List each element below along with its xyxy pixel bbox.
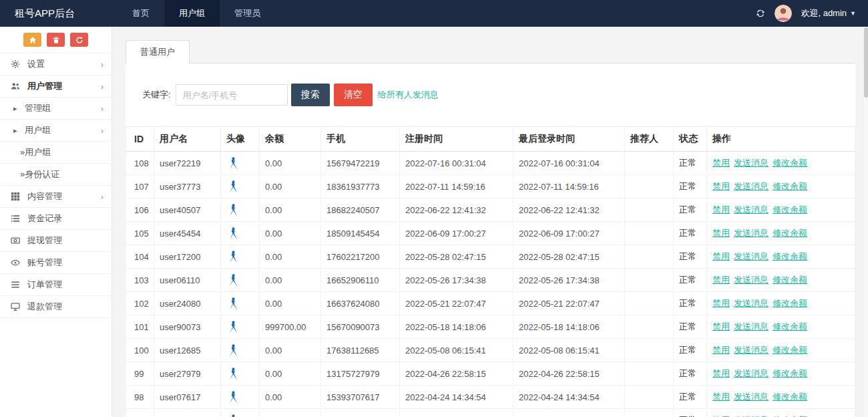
disable-link[interactable]: 禁用 (712, 321, 730, 331)
modify-balance-link[interactable]: 修改余额 (773, 345, 807, 355)
sidebar-item-label: »身份认证 (20, 168, 103, 180)
modify-balance-link[interactable]: 修改余额 (773, 298, 807, 308)
disable-link[interactable]: 禁用 (712, 251, 730, 261)
search-button[interactable]: 搜索 (291, 84, 330, 106)
cell-actions: 禁用发送消息修改余额 (707, 175, 855, 198)
disable-link[interactable]: 禁用 (712, 181, 730, 191)
disable-link[interactable]: 禁用 (712, 368, 730, 378)
cell-avatar (221, 315, 260, 339)
cell-status: 正常 (674, 339, 707, 362)
modify-balance-link[interactable]: 修改余额 (773, 158, 807, 168)
cell-lastlogin: 2022-05-26 17:34:38 (513, 269, 625, 292)
refresh-icon[interactable] (755, 8, 766, 19)
cell-registered: 2022-05-18 14:18:06 (400, 315, 513, 339)
disable-link[interactable]: 禁用 (712, 158, 730, 168)
brand-title: 租号APP后台 (0, 0, 112, 27)
column-header: 推荐人 (625, 127, 674, 152)
modify-balance-link[interactable]: 修改余额 (773, 251, 807, 261)
home-icon[interactable] (23, 33, 41, 47)
send-message-link[interactable]: 发送消息 (734, 368, 769, 378)
sidebar-item-user-management[interactable]: 用户管理› (0, 76, 112, 98)
send-message-link[interactable]: 发送消息 (734, 251, 769, 261)
user-avatar-icon (226, 256, 240, 266)
nav-item[interactable]: 用户组 (164, 0, 220, 27)
modify-balance-link[interactable]: 修改余额 (773, 181, 807, 191)
scrollbar-thumb[interactable] (864, 27, 868, 98)
disable-link[interactable]: 禁用 (712, 275, 730, 285)
gear-icon (11, 59, 21, 69)
sidebar-item-label: 账号管理 (27, 257, 103, 269)
disable-link[interactable]: 禁用 (712, 392, 730, 402)
cell-registered: 2022-04-26 22:58:15 (400, 362, 513, 386)
sidebar-item-label: »用户组 (20, 146, 103, 158)
cell-phone: 18509145454 (321, 222, 400, 245)
send-message-link[interactable]: 发送消息 (734, 158, 769, 168)
sidebar-item-order-management[interactable]: 订单管理 (0, 274, 112, 296)
sidebar-item-admin-group[interactable]: ▸管理组› (0, 98, 112, 120)
disable-link[interactable]: 禁用 (712, 345, 730, 355)
cell-lastlogin: 2022-06-09 17:00:27 (513, 222, 625, 245)
sidebar-item-fund-records[interactable]: 资金记录 (0, 208, 112, 230)
send-message-link[interactable]: 发送消息 (734, 275, 769, 285)
tab-label: 普通用户 (140, 46, 175, 58)
nav-item[interactable]: 管理员 (220, 0, 275, 27)
cell-id: 106 (126, 198, 154, 222)
modify-balance-link[interactable]: 修改余额 (773, 368, 807, 378)
sidebar-item-account-management[interactable]: 账号管理 (0, 252, 112, 274)
broadcast-message-link[interactable]: 给所有人发消息 (378, 89, 439, 101)
refresh-icon[interactable] (70, 33, 88, 47)
modify-balance-link[interactable]: 修改余额 (773, 275, 807, 285)
user-avatar-icon (226, 373, 240, 383)
send-message-link[interactable]: 发送消息 (734, 345, 769, 355)
cell-referrer (625, 245, 674, 269)
send-message-link[interactable]: 发送消息 (734, 392, 769, 402)
cell-phone: 18682240507 (321, 198, 400, 222)
cell-username: user06110 (154, 269, 221, 292)
sidebar-item-user-group[interactable]: ▸用户组› (0, 120, 112, 142)
tab-normal-users[interactable]: 普通用户 (126, 40, 190, 63)
user-avatar[interactable] (775, 5, 792, 22)
clear-button[interactable]: 清空 (334, 84, 373, 106)
disable-link[interactable]: 禁用 (712, 204, 730, 215)
cell-balance: 0.00 (260, 222, 321, 245)
table-row: 99user279790.00131757279792022-04-26 22:… (126, 362, 855, 386)
cell-status: 正常 (674, 409, 707, 417)
cell-status: 正常 (674, 175, 707, 198)
cell-avatar (221, 292, 260, 315)
send-message-link[interactable]: 发送消息 (734, 181, 769, 191)
cell-referrer (625, 152, 674, 175)
cell-registered: 2022-04-24 14:34:54 (400, 386, 513, 409)
send-message-link[interactable]: 发送消息 (734, 204, 769, 215)
cell-lastlogin: 2022-05-18 14:18:06 (513, 315, 625, 339)
sidebar-item-refund-management[interactable]: 退款管理 (0, 296, 112, 318)
sidebar-item-identity-auth[interactable]: »身份认证 (0, 164, 112, 186)
disable-link[interactable]: 禁用 (712, 298, 730, 308)
cell-id: 102 (126, 292, 154, 315)
cell-id: 101 (126, 315, 154, 339)
modify-balance-link[interactable]: 修改余额 (773, 228, 807, 238)
table-row: 107user377730.00183619377732022-07-11 14… (126, 175, 855, 198)
modify-balance-link[interactable]: 修改余额 (773, 204, 807, 215)
keyword-input[interactable] (176, 84, 288, 106)
send-message-link[interactable]: 发送消息 (734, 228, 769, 238)
nav-item[interactable]: 首页 (118, 0, 164, 27)
caret-down-icon: ▼ (850, 10, 856, 17)
trash-icon[interactable] (47, 33, 65, 47)
cell-lastlogin: 2022-07-16 00:31:04 (513, 152, 625, 175)
send-message-link[interactable]: 发送消息 (734, 321, 769, 331)
sidebar-item-settings[interactable]: 设置› (0, 53, 112, 76)
cell-balance: 999700.00 (260, 315, 321, 339)
user-menu[interactable]: 欢迎, admin ▼ (801, 7, 856, 19)
top-nav: 首页用户组管理员 (118, 0, 275, 27)
cell-actions: 禁用发送消息修改余额 (707, 292, 855, 315)
disable-link[interactable]: 禁用 (712, 228, 730, 238)
cell-referrer (625, 269, 674, 292)
sidebar-item-user-group-page[interactable]: »用户组 (0, 142, 112, 164)
sidebar-item-content-management[interactable]: 内容管理› (0, 186, 112, 208)
modify-balance-link[interactable]: 修改余额 (773, 392, 807, 402)
modify-balance-link[interactable]: 修改余额 (773, 321, 807, 331)
users-icon (11, 82, 21, 91)
sidebar-item-withdraw-management[interactable]: 提现管理 (0, 230, 112, 252)
send-message-link[interactable]: 发送消息 (734, 298, 769, 308)
cell-phone: 17638112685 (321, 339, 400, 362)
